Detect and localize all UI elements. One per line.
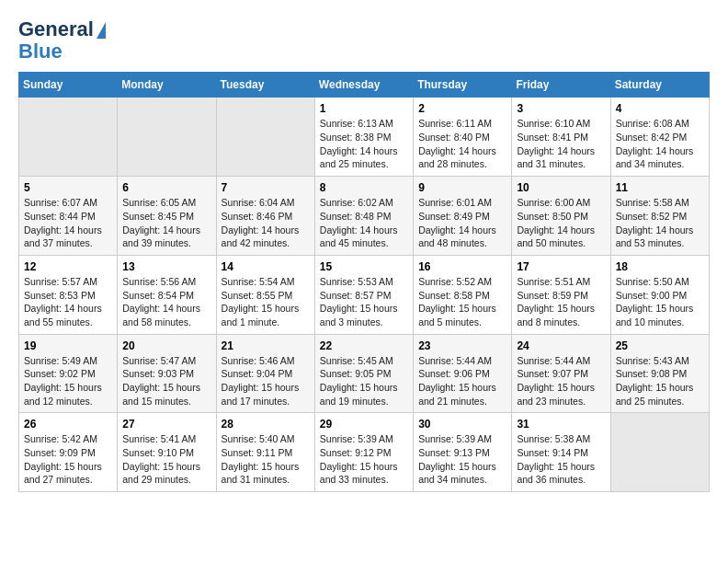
day-info: Sunrise: 6:11 AMSunset: 8:40 PMDaylight:… (418, 117, 506, 171)
calendar-header-row: SundayMondayTuesdayWednesdayThursdayFrid… (19, 73, 710, 98)
day-number: 3 (517, 102, 605, 115)
day-number: 19 (24, 339, 112, 352)
day-number: 1 (320, 102, 408, 115)
calendar-cell: 4Sunrise: 6:08 AMSunset: 8:42 PMDaylight… (610, 98, 709, 177)
day-number: 26 (24, 418, 112, 431)
header-saturday: Saturday (610, 73, 709, 98)
day-info: Sunrise: 6:07 AMSunset: 8:44 PMDaylight:… (24, 196, 112, 250)
calendar-cell: 1Sunrise: 6:13 AMSunset: 8:38 PMDaylight… (314, 98, 413, 177)
day-number: 17 (517, 260, 605, 273)
logo: General Blue (18, 18, 106, 63)
calendar-cell (610, 413, 709, 492)
day-info: Sunrise: 5:41 AMSunset: 9:10 PMDaylight:… (122, 432, 210, 487)
day-number: 7 (222, 181, 310, 194)
calendar-cell (118, 98, 216, 177)
day-info: Sunrise: 6:05 AMSunset: 8:45 PMDaylight:… (122, 196, 210, 250)
header-sunday: Sunday (19, 73, 118, 98)
calendar-cell: 16Sunrise: 5:52 AMSunset: 8:58 PMDayligh… (414, 255, 512, 334)
header-tuesday: Tuesday (216, 73, 314, 98)
day-number: 6 (122, 181, 210, 194)
day-number: 28 (222, 418, 310, 431)
calendar-cell: 18Sunrise: 5:50 AMSunset: 9:00 PMDayligh… (610, 255, 709, 334)
calendar-week-row: 12Sunrise: 5:57 AMSunset: 8:53 PMDayligh… (19, 255, 710, 334)
calendar-cell: 23Sunrise: 5:44 AMSunset: 9:06 PMDayligh… (414, 334, 512, 413)
day-info: Sunrise: 5:57 AMSunset: 8:53 PMDaylight:… (24, 275, 112, 329)
day-info: Sunrise: 5:53 AMSunset: 8:57 PMDaylight:… (320, 275, 408, 329)
calendar-cell: 29Sunrise: 5:39 AMSunset: 9:12 PMDayligh… (314, 413, 413, 492)
day-info: Sunrise: 5:40 AMSunset: 9:11 PMDaylight:… (222, 432, 310, 487)
day-info: Sunrise: 6:02 AMSunset: 8:48 PMDaylight:… (320, 196, 408, 250)
calendar-cell (19, 98, 118, 177)
calendar-cell: 30Sunrise: 5:39 AMSunset: 9:13 PMDayligh… (414, 413, 512, 492)
logo-text-blue: Blue (18, 40, 63, 63)
day-info: Sunrise: 5:44 AMSunset: 9:07 PMDaylight:… (517, 354, 605, 408)
calendar-cell: 22Sunrise: 5:45 AMSunset: 9:05 PMDayligh… (314, 334, 413, 413)
day-info: Sunrise: 6:00 AMSunset: 8:50 PMDaylight:… (517, 196, 605, 250)
day-number: 8 (320, 181, 408, 194)
calendar-cell: 24Sunrise: 5:44 AMSunset: 9:07 PMDayligh… (512, 334, 610, 413)
calendar-week-row: 5Sunrise: 6:07 AMSunset: 8:44 PMDaylight… (19, 177, 710, 256)
calendar-cell: 14Sunrise: 5:54 AMSunset: 8:55 PMDayligh… (216, 255, 314, 334)
day-number: 16 (418, 260, 506, 273)
calendar-cell: 19Sunrise: 5:49 AMSunset: 9:02 PMDayligh… (19, 334, 118, 413)
calendar-week-row: 19Sunrise: 5:49 AMSunset: 9:02 PMDayligh… (19, 334, 710, 413)
day-info: Sunrise: 5:54 AMSunset: 8:55 PMDaylight:… (222, 275, 310, 329)
day-number: 14 (222, 260, 310, 273)
day-number: 29 (320, 418, 408, 431)
calendar-cell: 15Sunrise: 5:53 AMSunset: 8:57 PMDayligh… (314, 255, 413, 334)
day-info: Sunrise: 5:45 AMSunset: 9:05 PMDaylight:… (320, 354, 408, 408)
day-number: 12 (24, 260, 112, 273)
header-friday: Friday (512, 73, 610, 98)
day-info: Sunrise: 5:38 AMSunset: 9:14 PMDaylight:… (517, 432, 605, 487)
day-number: 2 (418, 102, 506, 115)
page-header: General Blue (18, 18, 710, 63)
calendar-cell: 13Sunrise: 5:56 AMSunset: 8:54 PMDayligh… (118, 255, 216, 334)
day-number: 30 (418, 418, 506, 431)
day-info: Sunrise: 5:46 AMSunset: 9:04 PMDaylight:… (222, 354, 310, 408)
day-number: 9 (418, 181, 506, 194)
day-number: 13 (122, 260, 210, 273)
header-wednesday: Wednesday (314, 73, 413, 98)
day-number: 20 (122, 339, 210, 352)
logo-text-general: General (18, 18, 94, 40)
day-number: 23 (418, 339, 506, 352)
day-info: Sunrise: 5:50 AMSunset: 9:00 PMDaylight:… (616, 275, 704, 329)
day-number: 11 (616, 181, 704, 194)
day-info: Sunrise: 5:43 AMSunset: 9:08 PMDaylight:… (616, 354, 704, 408)
calendar-cell: 17Sunrise: 5:51 AMSunset: 8:59 PMDayligh… (512, 255, 610, 334)
calendar-cell: 9Sunrise: 6:01 AMSunset: 8:49 PMDaylight… (414, 177, 512, 256)
day-info: Sunrise: 5:49 AMSunset: 9:02 PMDaylight:… (24, 354, 112, 408)
day-number: 15 (320, 260, 408, 273)
day-info: Sunrise: 6:10 AMSunset: 8:41 PMDaylight:… (517, 117, 605, 171)
header-monday: Monday (118, 73, 216, 98)
day-number: 25 (616, 339, 704, 352)
day-number: 18 (616, 260, 704, 273)
calendar-cell: 12Sunrise: 5:57 AMSunset: 8:53 PMDayligh… (19, 255, 118, 334)
day-info: Sunrise: 5:44 AMSunset: 9:06 PMDaylight:… (418, 354, 506, 408)
day-info: Sunrise: 5:58 AMSunset: 8:52 PMDaylight:… (616, 196, 704, 250)
calendar-cell: 2Sunrise: 6:11 AMSunset: 8:40 PMDaylight… (414, 98, 512, 177)
calendar-table: SundayMondayTuesdayWednesdayThursdayFrid… (18, 72, 710, 492)
day-info: Sunrise: 6:01 AMSunset: 8:49 PMDaylight:… (418, 196, 506, 250)
calendar-cell: 20Sunrise: 5:47 AMSunset: 9:03 PMDayligh… (118, 334, 216, 413)
day-number: 31 (517, 418, 605, 431)
day-info: Sunrise: 5:51 AMSunset: 8:59 PMDaylight:… (517, 275, 605, 329)
day-info: Sunrise: 5:42 AMSunset: 9:09 PMDaylight:… (24, 432, 112, 487)
day-number: 10 (517, 181, 605, 194)
calendar-cell: 7Sunrise: 6:04 AMSunset: 8:46 PMDaylight… (216, 177, 314, 256)
calendar-cell: 27Sunrise: 5:41 AMSunset: 9:10 PMDayligh… (118, 413, 216, 492)
day-info: Sunrise: 5:39 AMSunset: 9:13 PMDaylight:… (418, 432, 506, 487)
day-info: Sunrise: 5:39 AMSunset: 9:12 PMDaylight:… (320, 432, 408, 487)
day-info: Sunrise: 6:08 AMSunset: 8:42 PMDaylight:… (616, 117, 704, 171)
calendar-cell: 11Sunrise: 5:58 AMSunset: 8:52 PMDayligh… (610, 177, 709, 256)
day-info: Sunrise: 5:47 AMSunset: 9:03 PMDaylight:… (122, 354, 210, 408)
day-number: 24 (517, 339, 605, 352)
day-info: Sunrise: 6:13 AMSunset: 8:38 PMDaylight:… (320, 117, 408, 171)
header-thursday: Thursday (414, 73, 512, 98)
calendar-cell: 25Sunrise: 5:43 AMSunset: 9:08 PMDayligh… (610, 334, 709, 413)
calendar-cell: 28Sunrise: 5:40 AMSunset: 9:11 PMDayligh… (216, 413, 314, 492)
day-info: Sunrise: 5:56 AMSunset: 8:54 PMDaylight:… (122, 275, 210, 329)
calendar-cell: 10Sunrise: 6:00 AMSunset: 8:50 PMDayligh… (512, 177, 610, 256)
calendar-cell: 26Sunrise: 5:42 AMSunset: 9:09 PMDayligh… (19, 413, 118, 492)
calendar-body: 1Sunrise: 6:13 AMSunset: 8:38 PMDaylight… (19, 98, 710, 492)
